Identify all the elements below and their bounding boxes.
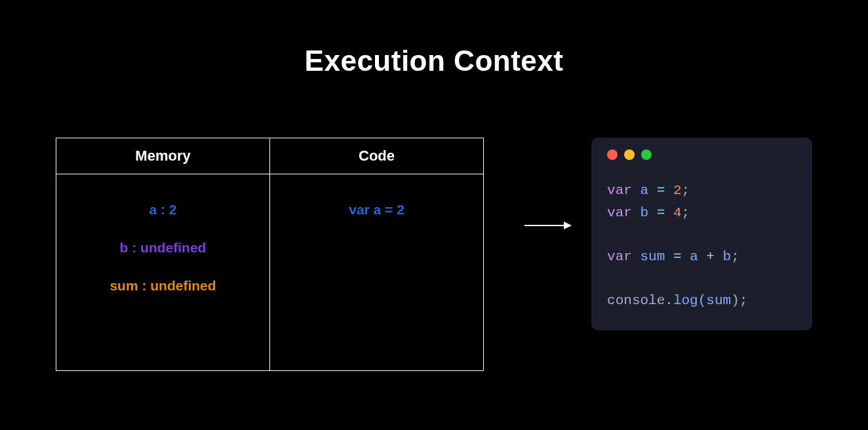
code-editor: var a = 2; var b = 4; var sum = a + b; c…	[591, 138, 812, 330]
memory-entry-sum: sum : undefined	[109, 278, 216, 294]
close-icon	[607, 149, 618, 160]
window-controls	[607, 149, 797, 160]
code-cell: var a = 2	[270, 174, 484, 371]
maximize-icon	[641, 149, 652, 160]
slide-title: Execution Context	[0, 45, 868, 77]
memory-entry-a: a : 2	[149, 202, 177, 218]
source-line-2: var b = 4;	[607, 202, 797, 224]
memory-cell: a : 2 b : undefined sum : undefined	[56, 174, 270, 371]
blank-line	[607, 267, 797, 290]
memory-entry-b: b : undefined	[120, 240, 207, 256]
blank-line	[607, 224, 797, 246]
execution-context-table: Memory Code a : 2 b : undefined sum : un…	[56, 138, 484, 371]
code-header: Code	[270, 138, 484, 174]
source-line-1: var a = 2;	[607, 180, 797, 202]
arrow-icon	[524, 222, 572, 229]
minimize-icon	[624, 149, 635, 160]
memory-header: Memory	[56, 138, 270, 174]
slide-content: Memory Code a : 2 b : undefined sum : un…	[56, 138, 812, 371]
source-line-3: var sum = a + b;	[607, 246, 797, 268]
code-line-current: var a = 2	[270, 174, 483, 218]
source-line-4: console.log(sum);	[607, 290, 797, 312]
